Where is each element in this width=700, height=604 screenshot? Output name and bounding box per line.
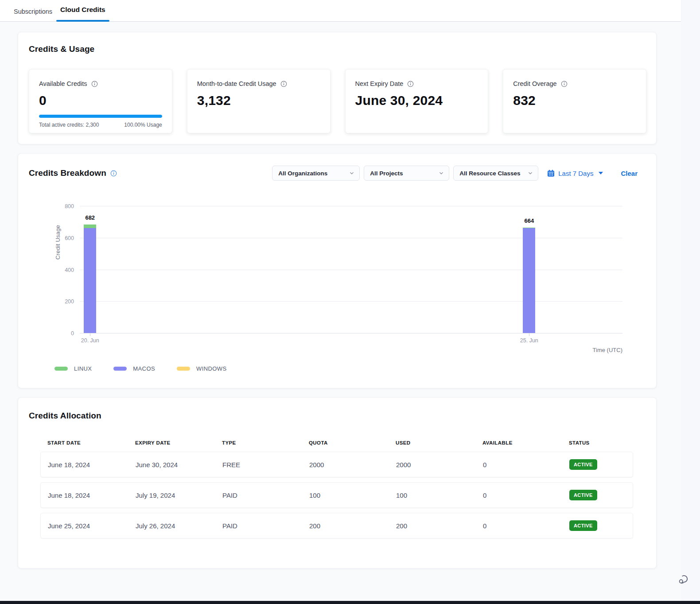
credits-breakdown-section: Credits Breakdown All Organizations All … (18, 153, 657, 388)
tab-subscriptions[interactable]: Subscriptions (10, 0, 56, 21)
status-badge: ACTIVE (569, 520, 597, 531)
mtd-usage-card: Month-to-date Credit Usage 3,132 (187, 69, 331, 133)
bar-segment (523, 228, 535, 333)
credits-usage-section: Credits & Usage Available Credits 0 Tota (18, 32, 657, 144)
legend-swatch (113, 367, 127, 371)
date-range-picker[interactable]: Last 7 Days (547, 170, 603, 177)
cell-quota: 2000 (309, 461, 396, 468)
credit-overage-value: 832 (513, 93, 636, 108)
cell-status: ACTIVE (569, 490, 633, 500)
cell-expiry: July 26, 2024 (136, 522, 222, 530)
x-tick-mark (90, 333, 90, 336)
column-header: EXPIRY DATE (135, 440, 222, 445)
info-icon[interactable] (91, 81, 98, 87)
bar-value-label: 682 (85, 214, 95, 221)
tab-bar: Subscriptions Cloud Credits (0, 0, 681, 22)
cell-start: June 18, 2024 (48, 461, 136, 468)
chart-plot: 020040060080068220. Jun66425. Jun (80, 206, 622, 333)
bar-value-label: 664 (524, 217, 534, 224)
chart-legend: LINUXMACOSWINDOWS (54, 365, 646, 372)
tab-cloud-credits-label: Cloud Credits (60, 0, 105, 14)
y-tick-label: 800 (65, 203, 74, 209)
column-header: STATUS (569, 440, 633, 445)
info-icon[interactable] (407, 81, 414, 87)
y-tick-label: 200 (65, 298, 74, 305)
next-expiry-card: Next Expiry Date June 30, 2024 (345, 69, 489, 133)
organizations-select[interactable]: All Organizations (272, 166, 360, 181)
mtd-usage-label: Month-to-date Credit Usage (197, 80, 276, 87)
x-tick-label: 20. Jun (81, 337, 99, 344)
cell-quota: 100 (309, 492, 396, 499)
gridline (80, 270, 622, 270)
legend-swatch (54, 367, 68, 371)
cell-available: 0 (483, 522, 569, 530)
available-credits-card: Available Credits 0 Total active credits… (29, 69, 172, 133)
bar-25-jun[interactable] (523, 228, 535, 333)
credits-allocation-title: Credits Allocation (29, 411, 646, 421)
status-badge: ACTIVE (569, 459, 597, 470)
allocation-table-header: START DATEEXPIRY DATETYPEQUOTAUSEDAVAILA… (40, 440, 633, 452)
column-header: USED (396, 440, 482, 445)
table-row: June 18, 2024July 19, 2024PAID1001000ACT… (40, 482, 633, 508)
chart-filters: All Organizations All Projects All Resou… (272, 166, 646, 181)
cell-start: June 25, 2024 (48, 522, 136, 530)
calendar-icon (547, 170, 555, 177)
legend-swatch (177, 367, 190, 371)
info-icon[interactable] (110, 170, 117, 177)
bar-segment (84, 225, 96, 228)
usage-progress-fill (39, 115, 162, 118)
cell-type: PAID (222, 522, 309, 530)
cell-status: ACTIVE (569, 459, 633, 470)
credits-allocation-section: Credits Allocation START DATEEXPIRY DATE… (18, 397, 657, 569)
info-icon[interactable] (280, 81, 287, 87)
allocation-table-body: June 18, 2024June 30, 2024FREE200020000A… (40, 452, 633, 538)
y-tick-label: 400 (65, 267, 74, 273)
resource-classes-select-value: All Resource Classes (459, 170, 520, 177)
mtd-usage-value: 3,132 (197, 93, 320, 108)
y-tick-label: 600 (65, 235, 74, 241)
x-tick-mark (529, 333, 529, 336)
credits-usage-title: Credits & Usage (29, 44, 646, 54)
cell-start: June 18, 2024 (48, 492, 136, 499)
cell-available: 0 (483, 492, 569, 499)
next-expiry-value: June 30, 2024 (355, 93, 478, 108)
legend-item-macos[interactable]: MACOS (113, 365, 155, 372)
info-icon[interactable] (561, 81, 568, 87)
clear-filters-link[interactable]: Clear (621, 170, 638, 177)
usage-percentage: 100.00% Usage (124, 122, 162, 128)
tab-subscriptions-label: Subscriptions (14, 0, 52, 15)
cell-available: 0 (483, 461, 569, 468)
chevron-down-icon (528, 170, 533, 176)
chevron-down-icon (439, 170, 444, 176)
bar-20-jun[interactable] (84, 225, 96, 333)
total-active-credits: Total active credits: 2,300 (39, 122, 99, 128)
resource-classes-select[interactable]: All Resource Classes (453, 166, 538, 181)
table-row: June 25, 2024July 26, 2024PAID2002000ACT… (40, 513, 633, 538)
cell-type: PAID (222, 492, 309, 499)
tab-cloud-credits[interactable]: Cloud Credits (56, 0, 109, 21)
projects-select[interactable]: All Projects (364, 166, 449, 181)
chat-help-button[interactable] (677, 573, 689, 587)
column-header: TYPE (222, 440, 309, 445)
cell-used: 200 (396, 522, 483, 530)
main-content-area: Subscriptions Cloud Credits Credits & Us… (0, 0, 681, 604)
chart-y-axis-label: Credit Usage (54, 225, 61, 259)
available-credits-label: Available Credits (39, 80, 87, 87)
bottom-bar (0, 601, 700, 604)
cell-type: FREE (222, 461, 309, 468)
caret-down-icon (599, 172, 603, 174)
legend-item-windows[interactable]: WINDOWS (177, 365, 227, 372)
stat-grid: Available Credits 0 Total active credits… (29, 69, 646, 133)
available-credits-value: 0 (39, 93, 162, 108)
gridline (80, 238, 622, 238)
gridline (80, 206, 622, 206)
legend-label: LINUX (74, 365, 92, 372)
credit-overage-label: Credit Overage (513, 80, 556, 87)
cell-expiry: July 19, 2024 (136, 492, 222, 499)
credit-overage-card: Credit Overage 832 (503, 69, 646, 133)
organizations-select-value: All Organizations (278, 170, 327, 177)
table-row: June 18, 2024June 30, 2024FREE200020000A… (40, 452, 633, 477)
legend-item-linux[interactable]: LINUX (54, 365, 92, 372)
next-expiry-label: Next Expiry Date (355, 80, 404, 87)
legend-label: MACOS (133, 365, 155, 372)
